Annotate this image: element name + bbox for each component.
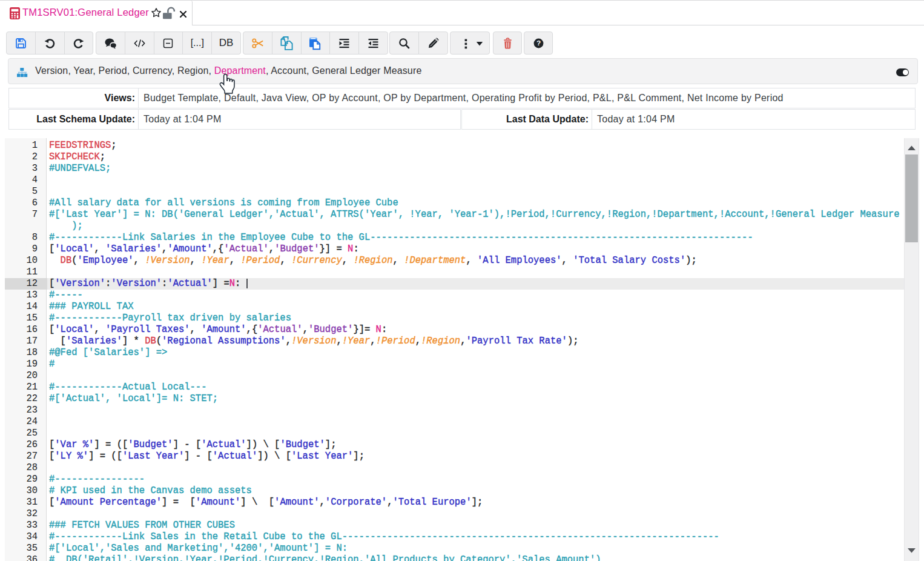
svg-text:?: ? bbox=[536, 39, 540, 47]
